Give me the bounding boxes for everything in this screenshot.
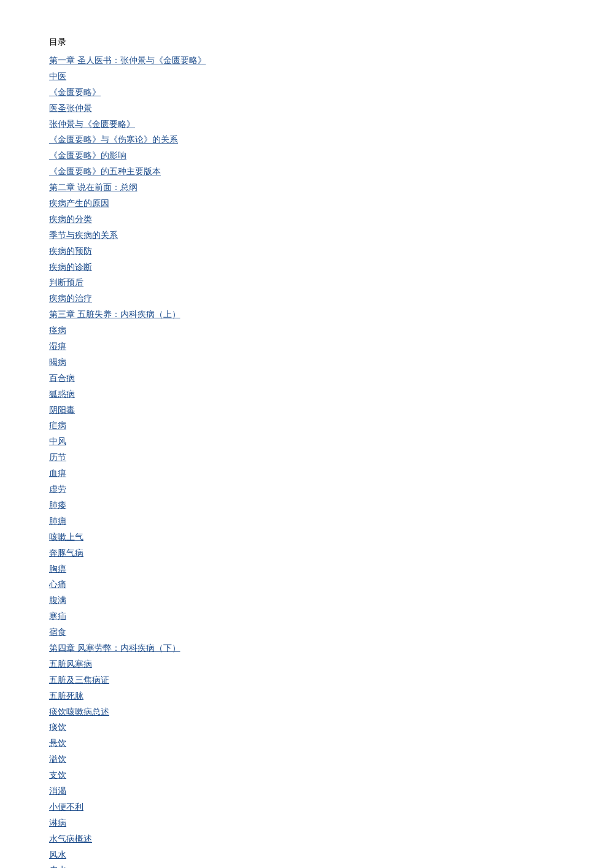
page-container: 目录 第一章 圣人医书：张仲景与《金匮要略》中医《金匮要略》医圣张仲景张仲景与《… xyxy=(0,0,615,868)
toc-item: 肺痈 xyxy=(49,513,566,529)
toc-item: 淋病 xyxy=(49,815,566,831)
toc-link-4[interactable]: 张仲景与《金匮要略》 xyxy=(49,120,135,129)
toc-item: 肺痿 xyxy=(49,497,566,513)
toc-link-29[interactable]: 肺痈 xyxy=(49,517,66,526)
toc-link-23[interactable]: 疟病 xyxy=(49,421,66,430)
toc-item: 寒疝 xyxy=(49,609,566,624)
toc-link-44[interactable]: 溢饮 xyxy=(49,755,66,764)
toc-link-50[interactable]: 风水 xyxy=(49,850,66,859)
toc-item: 五脏死脉 xyxy=(49,688,566,704)
toc-item: 张仲景与《金匮要略》 xyxy=(49,117,566,133)
toc-link-10[interactable]: 疾病的分类 xyxy=(49,215,92,224)
toc-link-33[interactable]: 心痛 xyxy=(49,580,66,589)
toc-item: 季节与疾病的关系 xyxy=(49,228,566,244)
toc-item: 《金匮要略》与《伤寒论》的关系 xyxy=(49,132,566,148)
toc-item: 悬饮 xyxy=(49,735,566,751)
toc-item: 五脏及三焦病证 xyxy=(49,672,566,688)
toc-item: 中风 xyxy=(49,434,566,450)
toc-item: 《金匮要略》的五种主要版本 xyxy=(49,164,566,180)
toc-item: 湿痹 xyxy=(49,339,566,355)
toc-list: 第一章 圣人医书：张仲景与《金匮要略》中医《金匮要略》医圣张仲景张仲景与《金匮要… xyxy=(49,53,566,868)
toc-item: 支饮 xyxy=(49,767,566,783)
toc-link-9[interactable]: 疾病产生的原因 xyxy=(49,199,109,208)
toc-link-11[interactable]: 季节与疾病的关系 xyxy=(49,231,118,240)
toc-link-45[interactable]: 支饮 xyxy=(49,770,66,780)
toc-link-5[interactable]: 《金匮要略》与《伤寒论》的关系 xyxy=(49,135,178,144)
toc-link-24[interactable]: 中风 xyxy=(49,437,66,446)
toc-item: 疾病产生的原因 xyxy=(49,196,566,212)
toc-item: 狐惑病 xyxy=(49,386,566,402)
toc-item: 第二章 说在前面：总纲 xyxy=(49,180,566,196)
toc-item: 疾病的诊断 xyxy=(49,259,566,275)
toc-link-8[interactable]: 第二章 说在前面：总纲 xyxy=(49,183,137,192)
toc-link-47[interactable]: 小便不利 xyxy=(49,802,83,812)
toc-item: 疾病的预防 xyxy=(49,244,566,259)
toc-link-3[interactable]: 医圣张仲景 xyxy=(49,104,92,113)
toc-item: 咳嗽上气 xyxy=(49,529,566,545)
toc-link-20[interactable]: 百合病 xyxy=(49,374,75,383)
toc-item: 判断预后 xyxy=(49,275,566,291)
toc-link-36[interactable]: 宿食 xyxy=(49,628,66,637)
toc-link-16[interactable]: 第三章 五脏失养：内科疾病（上） xyxy=(49,310,180,319)
toc-link-18[interactable]: 湿痹 xyxy=(49,342,66,351)
toc-item: 虚劳 xyxy=(49,482,566,497)
toc-item: 中医 xyxy=(49,69,566,85)
toc-link-46[interactable]: 消渴 xyxy=(49,786,66,796)
toc-link-32[interactable]: 胸痹 xyxy=(49,564,66,574)
toc-link-15[interactable]: 疾病的治疗 xyxy=(49,294,92,303)
toc-link-35[interactable]: 寒疝 xyxy=(49,612,66,621)
toc-link-31[interactable]: 奔豚气病 xyxy=(49,548,83,558)
toc-item: 血痹 xyxy=(49,466,566,482)
toc-item: 《金匮要略》 xyxy=(49,85,566,101)
toc-item: 第三章 五脏失养：内科疾病（上） xyxy=(49,307,566,323)
toc-link-38[interactable]: 五脏风寒病 xyxy=(49,659,92,669)
toc-item: 第一章 圣人医书：张仲景与《金匮要略》 xyxy=(49,53,566,69)
toc-title: 目录 xyxy=(49,37,566,48)
toc-item: 小便不利 xyxy=(49,799,566,815)
toc-link-51[interactable]: 皮水 xyxy=(49,866,66,868)
toc-item: 痉病 xyxy=(49,323,566,339)
toc-item: 风水 xyxy=(49,847,566,863)
toc-link-34[interactable]: 腹满 xyxy=(49,596,66,605)
toc-item: 腹满 xyxy=(49,593,566,609)
toc-link-49[interactable]: 水气病概述 xyxy=(49,834,92,843)
toc-link-37[interactable]: 第四章 风寒劳弊：内科疾病（下） xyxy=(49,643,180,653)
toc-link-42[interactable]: 痰饮 xyxy=(49,723,66,732)
toc-link-19[interactable]: 暍病 xyxy=(49,358,66,367)
toc-item: 百合病 xyxy=(49,371,566,386)
toc-link-26[interactable]: 血痹 xyxy=(49,469,66,478)
toc-item: 暍病 xyxy=(49,355,566,371)
toc-item: 皮水 xyxy=(49,862,566,868)
toc-item: 奔豚气病 xyxy=(49,545,566,561)
toc-link-43[interactable]: 悬饮 xyxy=(49,739,66,748)
toc-item: 《金匮要略》的影响 xyxy=(49,148,566,164)
toc-link-30[interactable]: 咳嗽上气 xyxy=(49,532,83,542)
toc-item: 痰饮咳嗽病总述 xyxy=(49,704,566,720)
toc-link-2[interactable]: 《金匮要略》 xyxy=(49,88,101,97)
toc-link-14[interactable]: 判断预后 xyxy=(49,278,83,287)
toc-item: 医圣张仲景 xyxy=(49,101,566,117)
toc-item: 阴阳毒 xyxy=(49,402,566,418)
toc-link-41[interactable]: 痰饮咳嗽病总述 xyxy=(49,707,109,716)
toc-link-48[interactable]: 淋病 xyxy=(49,818,66,828)
toc-link-7[interactable]: 《金匮要略》的五种主要版本 xyxy=(49,167,161,176)
toc-link-28[interactable]: 肺痿 xyxy=(49,501,66,510)
toc-link-21[interactable]: 狐惑病 xyxy=(49,390,75,399)
toc-link-25[interactable]: 历节 xyxy=(49,453,66,462)
toc-link-27[interactable]: 虚劳 xyxy=(49,485,66,494)
toc-item: 第四章 风寒劳弊：内科疾病（下） xyxy=(49,640,566,656)
toc-item: 五脏风寒病 xyxy=(49,656,566,672)
toc-link-0[interactable]: 第一章 圣人医书：张仲景与《金匮要略》 xyxy=(49,56,206,65)
toc-item: 心痛 xyxy=(49,577,566,593)
toc-link-39[interactable]: 五脏及三焦病证 xyxy=(49,675,109,685)
toc-item: 消渴 xyxy=(49,783,566,799)
toc-link-6[interactable]: 《金匮要略》的影响 xyxy=(49,151,126,160)
toc-item: 水气病概述 xyxy=(49,831,566,847)
toc-link-13[interactable]: 疾病的诊断 xyxy=(49,263,92,272)
toc-link-17[interactable]: 痉病 xyxy=(49,326,66,335)
toc-link-40[interactable]: 五脏死脉 xyxy=(49,691,83,701)
toc-item: 疾病的分类 xyxy=(49,212,566,228)
toc-link-1[interactable]: 中医 xyxy=(49,72,66,81)
toc-link-22[interactable]: 阴阳毒 xyxy=(49,405,75,415)
toc-link-12[interactable]: 疾病的预防 xyxy=(49,247,92,256)
